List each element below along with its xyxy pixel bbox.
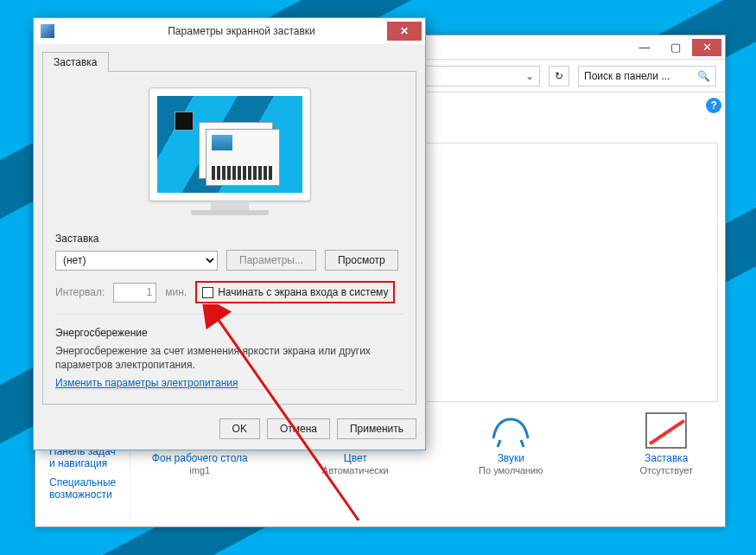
dialog-titlebar: Параметры экранной заставки ✕ [34, 18, 425, 44]
tab-screensaver[interactable]: Заставка [42, 52, 109, 72]
quick-label[interactable]: Звуки [459, 452, 562, 464]
cancel-button[interactable]: Отмена [267, 418, 330, 439]
interval-unit: мин. [165, 286, 187, 298]
quick-label[interactable]: Фон рабочего стола [148, 452, 251, 464]
dialog-close-button[interactable]: ✕ [387, 22, 422, 41]
quick-sounds[interactable]: Звуки По умолчанию [459, 412, 562, 476]
close-button[interactable]: ✕ [692, 39, 721, 56]
energy-title: Энергосбережение [55, 327, 403, 339]
resume-checkbox[interactable] [202, 287, 213, 298]
maximize-button[interactable]: ▢ [661, 39, 690, 56]
help-icon[interactable]: ? [706, 98, 721, 113]
energy-group: Энергосбережение Энергосбережение за сче… [55, 314, 403, 390]
interval-label: Интервал: [55, 286, 105, 298]
search-box[interactable]: Поиск в панели ... 🔍 [578, 66, 716, 86]
dialog-icon [41, 24, 54, 38]
minimize-button[interactable]: — [630, 39, 659, 56]
preview-monitor [149, 87, 311, 215]
quick-value: По умолчанию [479, 465, 543, 475]
search-text: Поиск в панели ... [584, 70, 670, 82]
apply-button[interactable]: Применить [337, 418, 416, 439]
screensaver-icon [645, 412, 687, 449]
preview-button[interactable]: Просмотр [325, 250, 398, 271]
interval-input[interactable] [113, 283, 156, 303]
sounds-icon [490, 412, 531, 449]
params-button[interactable]: Параметры... [226, 250, 316, 271]
search-icon: 🔍 [697, 70, 710, 82]
quick-label[interactable]: Цвет [303, 452, 407, 464]
screensaver-dialog: Параметры экранной заставки ✕ Заставка З… [33, 17, 426, 450]
resume-label: Начинать с экрана входа в систему [218, 286, 388, 298]
energy-link[interactable]: Изменить параметры электропитания [55, 377, 238, 389]
dialog-title: Параметры экранной заставки [58, 25, 425, 37]
annotation-highlight: Начинать с экрана входа в систему [195, 281, 395, 303]
quick-value: Отсутствует [639, 465, 693, 475]
quick-value: Автоматически [322, 465, 389, 475]
energy-text: Энергосбережение за счет изменения яркос… [55, 344, 403, 372]
refresh-button[interactable]: ↻ [549, 66, 569, 86]
saver-select[interactable]: (нет) [55, 251, 218, 271]
sidebar-link-ease[interactable]: Специальные возможности [49, 476, 116, 501]
quick-label[interactable]: Заставка [614, 452, 718, 464]
quick-value: img1 [189, 465, 210, 475]
quick-screensaver[interactable]: Заставка Отсутствует [614, 412, 718, 476]
ok-button[interactable]: OK [219, 418, 260, 439]
tab-page: Заставка (нет) Параметры... Просмотр Инт… [42, 71, 416, 405]
saver-label: Заставка [55, 233, 403, 245]
